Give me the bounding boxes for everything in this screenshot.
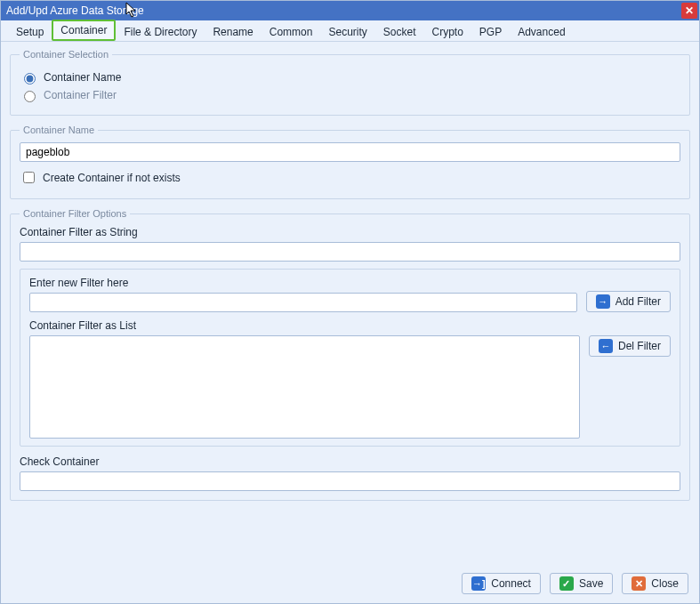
tab-file-directory[interactable]: File & Directory (116, 22, 205, 41)
group-container-filter-options: Container Filter Options Container Filte… (10, 208, 690, 501)
tab-bar: Setup Container File & Directory Rename … (1, 20, 699, 42)
label-container-filter: Container Filter (44, 89, 117, 101)
tab-common[interactable]: Common (261, 22, 321, 41)
radio-row-container-filter: Container Filter (20, 88, 680, 102)
save-icon: ✓ (559, 576, 574, 591)
del-filter-label: Del Filter (618, 340, 661, 352)
close-button[interactable]: ✕ Close (622, 573, 688, 594)
close-label: Close (651, 577, 679, 590)
close-icon: ✕ (632, 576, 646, 591)
tab-crypto[interactable]: Crypto (424, 22, 471, 41)
tab-pgp[interactable]: PGP (471, 22, 510, 41)
checkbox-create-if-not-exists[interactable] (23, 172, 35, 183)
legend-container-filter-options: Container Filter Options (20, 208, 130, 219)
listbox-filter-list[interactable] (29, 335, 580, 439)
dialog-footer: →] Connect ✓ Save ✕ Close (462, 573, 688, 594)
panel-filter-editor: Enter new Filter here → Add Filter Conta… (20, 269, 680, 447)
input-check-container[interactable] (20, 471, 680, 491)
add-filter-button[interactable]: → Add Filter (586, 291, 671, 312)
tab-content: Container Selection Container Name Conta… (1, 42, 699, 603)
input-container-name[interactable] (20, 142, 680, 162)
add-filter-icon: → (596, 294, 610, 309)
label-enter-new-filter: Enter new Filter here (29, 277, 577, 289)
tab-socket[interactable]: Socket (375, 22, 424, 41)
tab-advanced[interactable]: Advanced (510, 22, 573, 41)
close-icon: ✕ (685, 4, 694, 17)
label-container-name: Container Name (44, 71, 121, 84)
input-new-filter[interactable] (29, 293, 577, 312)
label-filter-list: Container Filter as List (29, 319, 580, 332)
tab-container[interactable]: Container (52, 20, 116, 41)
titlebar: Add/Upd Azure Data Storage ✕ (1, 1, 699, 20)
titlebar-close-button[interactable]: ✕ (681, 3, 697, 19)
group-container-name: Container Name Create Container if not e… (10, 125, 690, 199)
connect-button[interactable]: →] Connect (462, 573, 541, 594)
del-filter-button[interactable]: ← Del Filter (589, 335, 671, 357)
legend-container-name: Container Name (20, 125, 98, 135)
radio-container-name[interactable] (24, 73, 36, 85)
input-filter-string[interactable] (20, 242, 680, 262)
window-title: Add/Upd Azure Data Storage (6, 4, 144, 17)
tab-security[interactable]: Security (320, 22, 374, 41)
del-filter-icon: ← (599, 339, 613, 353)
tab-rename[interactable]: Rename (205, 22, 261, 41)
tab-setup[interactable]: Setup (8, 22, 52, 41)
connect-label: Connect (491, 577, 531, 590)
connect-icon: →] (471, 576, 486, 591)
add-filter-label: Add Filter (616, 295, 661, 308)
label-filter-string: Container Filter as String (20, 226, 680, 238)
dialog-add-upd-azure-data-storage: Add/Upd Azure Data Storage ✕ Setup Conta… (0, 0, 700, 604)
radio-container-filter[interactable] (24, 91, 36, 102)
save-button[interactable]: ✓ Save (550, 573, 613, 594)
label-check-container: Check Container (20, 455, 680, 468)
save-label: Save (579, 577, 603, 590)
check-row-create-if-not-exists: Create Container if not exists (20, 169, 680, 186)
radio-row-container-name: Container Name (20, 70, 680, 85)
label-create-if-not-exists: Create Container if not exists (43, 172, 181, 184)
group-container-selection: Container Selection Container Name Conta… (10, 49, 690, 116)
legend-container-selection: Container Selection (20, 49, 112, 60)
